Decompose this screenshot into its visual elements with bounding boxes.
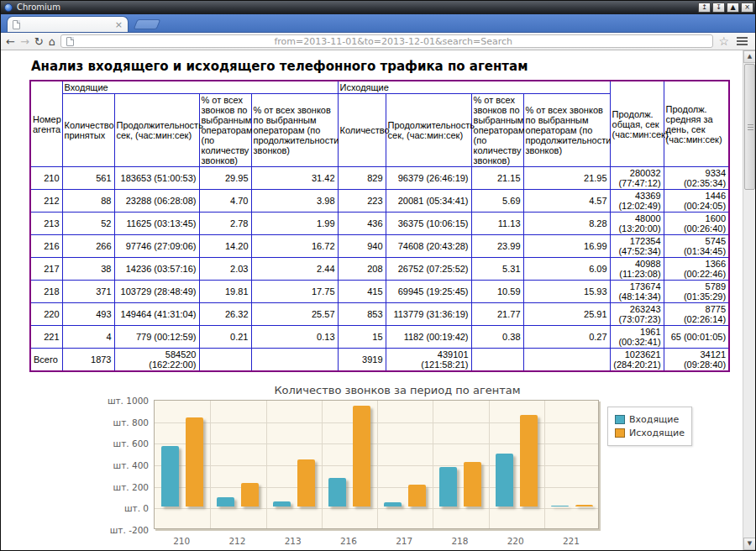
cell-in_duration: 779 (00:12:59) bbox=[114, 326, 199, 349]
cell-in_count: 1873 bbox=[62, 349, 114, 372]
legend-swatch-icon bbox=[615, 415, 625, 424]
gridline-v bbox=[377, 401, 378, 528]
col-header-total-duration: Продолж. общая, сек (час:мин:сек) bbox=[610, 81, 664, 167]
new-tab-button[interactable] bbox=[134, 19, 161, 29]
cell-agent: 217 bbox=[30, 258, 62, 281]
cell-agent: Всего bbox=[30, 349, 62, 372]
traffic-table: Номер агента Входящие Исходящие Продолж.… bbox=[29, 80, 730, 372]
url-page-icon bbox=[66, 37, 74, 46]
cell-out_pct_by_count: 5.31 bbox=[471, 258, 523, 281]
col-header-in-pct-by-count: % от всех звонков по выбранным оператора… bbox=[199, 94, 251, 167]
x-tick-label: 218 bbox=[432, 536, 487, 546]
cell-avg_daily_duration: 1600 (00:26:40) bbox=[664, 213, 729, 235]
reload-button[interactable]: ↻ bbox=[34, 36, 44, 47]
cell-out_pct_by_duration: 4.57 bbox=[523, 190, 610, 213]
table-row: 218371103729 (28:48:49)19.8117.754156994… bbox=[30, 281, 729, 303]
x-tick-label: 212 bbox=[209, 536, 265, 546]
cell-out_duration: 20081 (05:34:41) bbox=[386, 190, 471, 213]
cell-in_duration: 14236 (03:57:16) bbox=[114, 258, 199, 281]
cell-out_count: 940 bbox=[338, 235, 386, 258]
tab-close-icon[interactable]: × bbox=[115, 20, 123, 29]
bar-outgoing-217 bbox=[408, 485, 426, 507]
table-row: 2173814236 (03:57:16)2.032.4420826752 (0… bbox=[30, 258, 729, 281]
forward-button[interactable]: → bbox=[20, 36, 29, 47]
cell-avg_daily_duration: 5745 (01:34:45) bbox=[664, 235, 729, 258]
cell-out_pct_by_count: 5.69 bbox=[471, 190, 523, 213]
gridline-v bbox=[489, 401, 490, 528]
scrollbar-down-arrow-icon[interactable]: ▼ bbox=[743, 538, 755, 550]
group-header-incoming: Входящие bbox=[62, 81, 338, 94]
col-header-agent: Номер агента bbox=[30, 81, 62, 167]
cell-in_count: 52 bbox=[62, 213, 114, 235]
cell-out_pct_by_duration: 8.28 bbox=[523, 213, 610, 235]
cell-out_pct_by_count: 21.77 bbox=[471, 303, 523, 326]
cell-in_duration: 11625 (03:13:45) bbox=[114, 213, 199, 235]
cell-avg_daily_duration: 9334 (02:35:34) bbox=[664, 167, 729, 190]
y-tick-label: шт. 1000 bbox=[108, 396, 149, 406]
x-tick-label: 216 bbox=[321, 536, 376, 546]
group-header-outgoing: Исходящие bbox=[338, 81, 610, 94]
cell-total_duration: 48000 (13:20:00) bbox=[610, 213, 664, 235]
cell-avg_daily_duration: 8775 (02:26:14) bbox=[664, 303, 729, 326]
x-tick-label: 221 bbox=[543, 536, 599, 546]
cell-in_pct_by_duration: 3.98 bbox=[251, 190, 338, 213]
table-row: 2214779 (00:12:59)0.210.13151182 (00:19:… bbox=[30, 326, 729, 349]
x-tick-label: 217 bbox=[376, 536, 432, 546]
bar-outgoing-212 bbox=[241, 483, 259, 507]
cell-in_pct_by_duration bbox=[251, 349, 338, 372]
cell-in_duration: 584520 (162:22:00) bbox=[114, 349, 199, 372]
cell-in_count: 371 bbox=[62, 281, 114, 303]
cell-in_pct_by_duration: 16.72 bbox=[251, 235, 338, 258]
table-row: 210561183653 (51:00:53)29.9531.428299637… bbox=[30, 167, 729, 190]
cell-in_pct_by_count: 19.81 bbox=[199, 281, 251, 303]
cell-in_duration: 183653 (51:00:53) bbox=[114, 167, 199, 190]
bar-incoming-216 bbox=[328, 478, 346, 506]
active-tab[interactable]: × bbox=[7, 16, 129, 32]
window-close-button[interactable]: × bbox=[741, 3, 753, 13]
bar-outgoing-216 bbox=[353, 406, 370, 507]
cell-total_duration: 1961 (00:32:41) bbox=[610, 326, 664, 349]
gridline-h bbox=[155, 508, 598, 509]
cell-out_duration: 439101 (121:58:21) bbox=[386, 349, 471, 372]
url-bar[interactable]: from=2013-11-01&to=2013-12-01&search=Sea… bbox=[60, 34, 713, 48]
scrollbar-up-arrow-icon[interactable]: ▲ bbox=[743, 50, 755, 63]
window-titlebar: Chromium ↥ ↧ ▲ × bbox=[1, 1, 755, 14]
page-scrollbar[interactable]: ▲ ▼ bbox=[743, 50, 755, 550]
bookmark-star-icon[interactable]: ☆ bbox=[718, 35, 729, 47]
gridline-v bbox=[433, 401, 433, 528]
home-button[interactable]: ⌂ bbox=[49, 36, 55, 47]
cell-avg_daily_duration: 34121 (09:28:40) bbox=[664, 349, 729, 372]
cell-in_count: 561 bbox=[62, 167, 114, 190]
scrollbar-grip-icon bbox=[748, 127, 753, 128]
cell-in_pct_by_duration: 0.13 bbox=[251, 326, 338, 349]
window-iconify-button[interactable]: ↧ bbox=[712, 3, 725, 13]
bar-incoming-221 bbox=[551, 506, 569, 507]
cell-out_pct_by_duration: 25.91 bbox=[523, 303, 610, 326]
gridline-v bbox=[266, 401, 267, 528]
table-row: 220493149464 (41:31:04)26.3225.578531137… bbox=[30, 303, 729, 326]
col-header-in-duration: Продолжительность сек, (час:мин:сек) bbox=[114, 94, 199, 167]
scrollbar-thumb[interactable] bbox=[744, 64, 755, 190]
cell-in_pct_by_count: 2.78 bbox=[199, 213, 251, 235]
cell-out_pct_by_duration bbox=[523, 349, 610, 372]
menu-hamburger-icon[interactable] bbox=[737, 40, 748, 42]
back-button[interactable]: ← bbox=[6, 36, 15, 47]
chart-title: Количество звонков за период по агентам bbox=[103, 384, 691, 396]
table-group-header-row: Номер агента Входящие Исходящие Продолж.… bbox=[30, 81, 729, 94]
cell-out_pct_by_count: 21.15 bbox=[471, 167, 523, 190]
cell-out_pct_by_duration: 16.99 bbox=[523, 235, 610, 258]
table-total-row: Всего1873584520 (162:22:00)3919439101 (1… bbox=[30, 349, 729, 372]
window-shade-button[interactable]: ↥ bbox=[698, 3, 711, 13]
y-tick-label: шт. 600 bbox=[113, 438, 149, 449]
window-title: Chromium bbox=[17, 3, 696, 12]
y-tick-label: шт. -200 bbox=[110, 525, 149, 535]
window-maximize-button[interactable]: ▲ bbox=[727, 3, 739, 13]
browser-toolbar: ← → ↻ ⌂ from=2013-11-01&to=2013-12-01&se… bbox=[1, 33, 755, 50]
cell-total_duration: 172354 (47:52:34) bbox=[610, 235, 664, 258]
bar-incoming-213 bbox=[273, 501, 291, 507]
legend-swatch-icon bbox=[615, 428, 625, 438]
col-header-out-pct-by-count: % от всех звонков по выбранным оператора… bbox=[471, 94, 523, 167]
col-header-out-pct-by-duration: % от всех звонков по выбранным оператора… bbox=[523, 94, 610, 167]
col-header-avg-daily-duration: Продолж. средняя за день, сек (час:мин:с… bbox=[664, 81, 729, 167]
col-header-out-count: Количество bbox=[338, 94, 386, 167]
